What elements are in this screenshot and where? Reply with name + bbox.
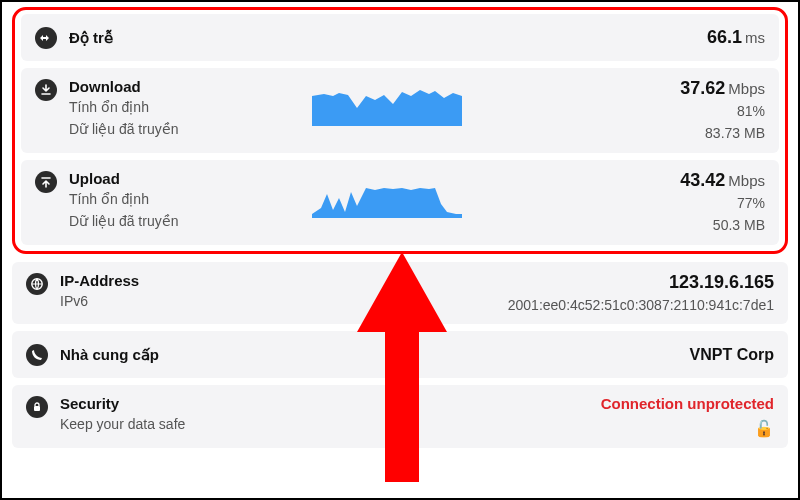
security-label: Security xyxy=(60,395,260,412)
download-stability-label: Tính ổn định xyxy=(69,98,269,117)
security-row: Security Keep your data safe Connection … xyxy=(12,385,788,448)
download-speed: 37.62Mbps xyxy=(680,78,765,99)
upload-stability-label: Tính ổn định xyxy=(69,190,269,209)
download-icon xyxy=(35,79,57,101)
ipv6-value: 2001:ee0:4c52:51c0:3087:2110:941c:7de1 xyxy=(508,296,774,315)
upload-icon xyxy=(35,171,57,193)
speedtest-panel: Độ trễ 66.1ms Download Tính ổn định Dữ l… xyxy=(2,2,798,458)
ipv6-label: IPv6 xyxy=(60,292,260,311)
upload-data-label: Dữ liệu đã truyền xyxy=(69,212,269,231)
latency-value: 66.1ms xyxy=(707,27,765,48)
upload-speed: 43.42Mbps xyxy=(680,170,765,191)
latency-icon xyxy=(35,27,57,49)
upload-data: 50.3 MB xyxy=(713,216,765,235)
svg-marker-1 xyxy=(312,188,462,218)
latency-row: Độ trễ 66.1ms xyxy=(21,14,779,61)
security-status: Connection unprotected xyxy=(601,395,774,412)
lock-icon xyxy=(26,396,48,418)
svg-marker-0 xyxy=(312,90,462,126)
provider-value: VNPT Corp xyxy=(690,346,774,364)
upload-row: Upload Tính ổn định Dữ liệu đã truyền 43… xyxy=(21,160,779,245)
download-chart xyxy=(312,86,462,126)
download-data: 83.73 MB xyxy=(705,124,765,143)
download-data-label: Dữ liệu đã truyền xyxy=(69,120,269,139)
unlock-emoji-icon: 🔓 xyxy=(754,419,774,438)
provider-row: Nhà cung cấp VNPT Corp xyxy=(12,331,788,378)
latency-label: Độ trễ xyxy=(69,29,289,47)
upload-chart xyxy=(312,178,462,218)
ip-label: IP-Address xyxy=(60,272,260,289)
globe-icon xyxy=(26,273,48,295)
provider-label: Nhà cung cấp xyxy=(60,346,280,364)
download-stability: 81% xyxy=(737,102,765,121)
ipv4-value: 123.19.6.165 xyxy=(669,272,774,293)
highlight-box: Độ trễ 66.1ms Download Tính ổn định Dữ l… xyxy=(12,7,788,254)
download-row: Download Tính ổn định Dữ liệu đã truyền … xyxy=(21,68,779,153)
download-label: Download xyxy=(69,78,269,95)
upload-label: Upload xyxy=(69,170,269,187)
security-sub: Keep your data safe xyxy=(60,415,260,434)
phone-icon xyxy=(26,344,48,366)
svg-rect-3 xyxy=(34,406,40,411)
ip-row: IP-Address IPv6 123.19.6.165 2001:ee0:4c… xyxy=(12,262,788,325)
upload-stability: 77% xyxy=(737,194,765,213)
